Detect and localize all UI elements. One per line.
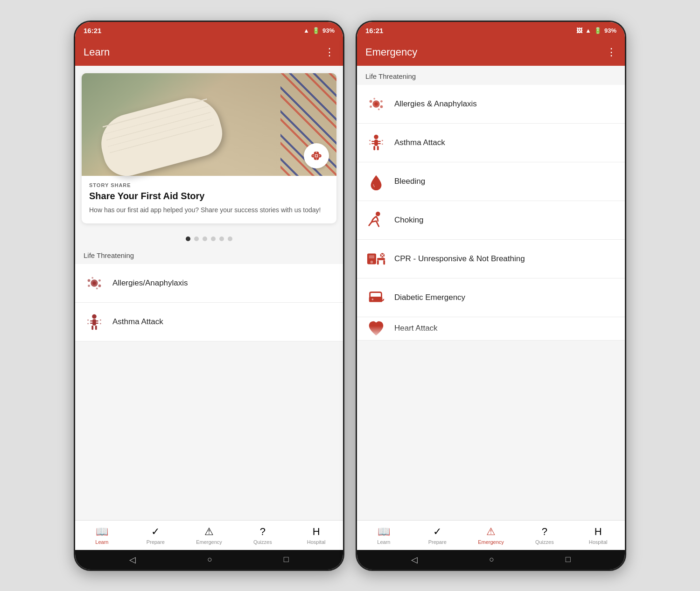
app-title-right: Emergency bbox=[365, 46, 417, 58]
prepare-icon-left: ✓ bbox=[151, 526, 160, 538]
svg-point-12 bbox=[98, 279, 101, 281]
dot-5[interactable] bbox=[219, 236, 224, 241]
svg-rect-20 bbox=[91, 325, 93, 330]
list-label-choking: Choking bbox=[394, 216, 423, 225]
time-left: 16:21 bbox=[84, 27, 101, 35]
svg-point-16 bbox=[92, 314, 97, 319]
list-item-asthma-left[interactable]: Asthma Attack bbox=[75, 303, 343, 341]
svg-point-3 bbox=[315, 155, 317, 157]
recents-btn-left[interactable]: □ bbox=[284, 555, 289, 564]
svg-rect-21 bbox=[95, 325, 97, 330]
quizzes-icon-right: ? bbox=[542, 526, 547, 538]
list-item-asthma-right[interactable]: Asthma Attack bbox=[357, 124, 625, 162]
status-bar-right: 16:21 🖼 ▲ 🔋 93% bbox=[357, 22, 625, 39]
nav-learn-right[interactable]: 📖 Learn bbox=[357, 521, 411, 550]
back-btn-right[interactable]: ◁ bbox=[411, 555, 418, 565]
list-label-allergy-left: Allergies/Anaphylaxis bbox=[112, 278, 188, 288]
diabetic-icon bbox=[365, 287, 387, 308]
svg-point-14 bbox=[91, 277, 93, 278]
nav-emergency-left[interactable]: ⚠ Emergency bbox=[182, 521, 236, 550]
story-body: STORY SHARE Share Your First Aid Story H… bbox=[82, 176, 336, 223]
quizzes-icon-left: ? bbox=[260, 526, 266, 538]
nav-hospital-right[interactable]: H Hospital bbox=[571, 521, 625, 550]
svg-rect-38 bbox=[373, 146, 375, 150]
emergency-icon-left: ⚠ bbox=[204, 526, 214, 538]
asthma-icon-left bbox=[84, 311, 105, 333]
svg-point-41 bbox=[382, 139, 383, 141]
list-left: Allergies/Anaphylaxis bbox=[75, 264, 343, 341]
home-btn-left[interactable]: ○ bbox=[207, 555, 212, 564]
story-tag: STORY SHARE bbox=[89, 182, 329, 188]
story-desc: How has our first aid app helped you? Sh… bbox=[89, 205, 329, 215]
asthma-icon-right bbox=[365, 132, 387, 153]
nav-hospital-label-right: Hospital bbox=[589, 539, 608, 545]
svg-rect-55 bbox=[369, 297, 383, 302]
choking-icon bbox=[365, 209, 387, 231]
svg-point-32 bbox=[373, 97, 375, 99]
nav-quizzes-left[interactable]: ? Quizzes bbox=[236, 521, 289, 550]
allergy-icon-right bbox=[365, 93, 387, 115]
story-title: Share Your First Aid Story bbox=[89, 191, 329, 202]
dot-3[interactable] bbox=[203, 236, 207, 241]
menu-button-right[interactable]: ⋮ bbox=[606, 46, 616, 58]
android-bar-right: ◁ ○ □ bbox=[357, 550, 625, 570]
wifi-icon: ▲ bbox=[303, 27, 309, 34]
bottom-nav-left: 📖 Learn ✓ Prepare ⚠ Emergency ? Quizzes … bbox=[75, 520, 343, 550]
nav-emergency-label-right: Emergency bbox=[478, 539, 504, 545]
battery-icon-right: 🔋 bbox=[594, 27, 602, 34]
svg-rect-51 bbox=[383, 260, 385, 264]
list-item-cpr[interactable]: CPR - Unresponsive & Not Breathing bbox=[357, 240, 625, 278]
home-btn-right[interactable]: ○ bbox=[489, 555, 494, 564]
learn-icon-right: 📖 bbox=[378, 526, 390, 538]
nav-quizzes-right[interactable]: ? Quizzes bbox=[518, 521, 571, 550]
dot-1[interactable] bbox=[186, 236, 190, 241]
bleeding-icon bbox=[365, 171, 387, 192]
nav-learn-left[interactable]: 📖 Learn bbox=[75, 521, 129, 550]
list-item-choking[interactable]: Choking bbox=[357, 201, 625, 240]
list-label-cpr: CPR - Unresponsive & Not Breathing bbox=[394, 254, 525, 264]
svg-point-29 bbox=[370, 105, 372, 108]
back-btn-left[interactable]: ◁ bbox=[129, 555, 136, 565]
list-item-diabetic[interactable]: Diabetic Emergency bbox=[357, 278, 625, 317]
dot-4[interactable] bbox=[211, 236, 216, 241]
nav-hospital-left[interactable]: H Hospital bbox=[289, 521, 343, 550]
app-bar-left: Learn ⋮ bbox=[75, 39, 343, 66]
gallery-icon: 🖼 bbox=[576, 27, 582, 34]
status-icons-right: 🖼 ▲ 🔋 93% bbox=[576, 27, 616, 34]
hospital-icon-left: H bbox=[313, 526, 320, 538]
bottom-nav-right: 📖 Learn ✓ Prepare ⚠ Emergency ? Quizzes … bbox=[357, 520, 625, 550]
list-item-bleeding[interactable]: Bleeding bbox=[357, 162, 625, 201]
hospital-icon-right: H bbox=[595, 526, 602, 538]
list-label-asthma-left: Asthma Attack bbox=[112, 317, 163, 327]
nav-emergency-right[interactable]: ⚠ Emergency bbox=[464, 521, 518, 550]
svg-rect-35 bbox=[374, 139, 378, 146]
svg-point-44 bbox=[376, 211, 380, 216]
allergy-icon-left bbox=[84, 272, 105, 294]
svg-rect-52 bbox=[377, 260, 379, 264]
svg-point-43 bbox=[382, 143, 383, 145]
story-card[interactable]: STORY SHARE Share Your First Aid Story H… bbox=[82, 73, 336, 223]
carousel-dots bbox=[75, 231, 343, 245]
dot-2[interactable] bbox=[194, 236, 199, 241]
menu-button-left[interactable]: ⋮ bbox=[324, 46, 335, 58]
list-item-allergy-left[interactable]: Allergies/Anaphylaxis bbox=[75, 264, 343, 303]
svg-point-13 bbox=[98, 284, 101, 287]
svg-point-27 bbox=[374, 102, 378, 106]
list-item-allergy-right[interactable]: Allergies & Anaphylaxis bbox=[357, 85, 625, 124]
svg-rect-39 bbox=[377, 146, 379, 150]
nav-prepare-label-left: Prepare bbox=[147, 539, 165, 545]
nav-prepare-right[interactable]: ✓ Prepare bbox=[411, 521, 464, 550]
android-bar-left: ◁ ○ □ bbox=[75, 550, 343, 570]
svg-point-15 bbox=[96, 287, 98, 289]
svg-point-40 bbox=[369, 139, 371, 141]
battery-icon: 🔋 bbox=[312, 27, 320, 34]
list-item-heart[interactable]: Heart Attack bbox=[357, 317, 625, 341]
nav-prepare-left[interactable]: ✓ Prepare bbox=[129, 521, 182, 550]
svg-rect-17 bbox=[92, 319, 96, 325]
recents-btn-right[interactable]: □ bbox=[566, 555, 571, 564]
app-bar-right: Emergency ⋮ bbox=[357, 39, 625, 66]
nav-learn-label-left: Learn bbox=[95, 539, 108, 545]
svg-rect-50 bbox=[377, 258, 385, 260]
list-label-asthma-right: Asthma Attack bbox=[394, 138, 445, 147]
dot-6[interactable] bbox=[228, 236, 232, 241]
